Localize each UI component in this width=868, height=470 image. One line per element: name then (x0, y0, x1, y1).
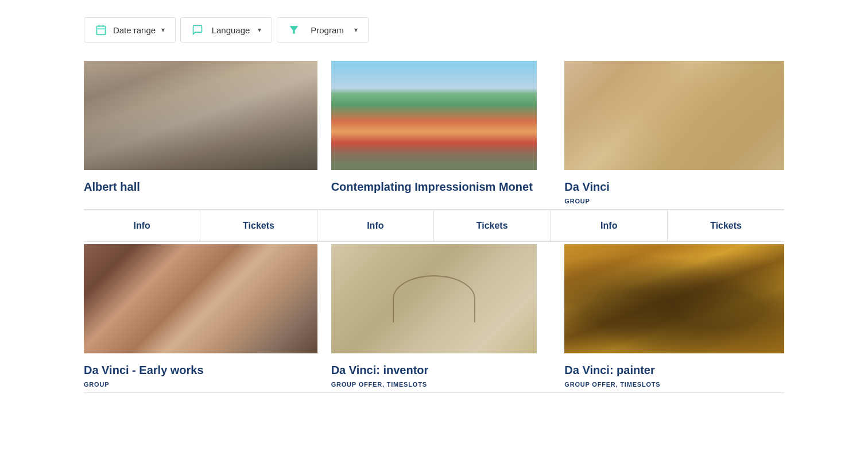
chat-icon (191, 24, 204, 36)
calendar-icon (95, 24, 107, 36)
card-tag-early-works: GROUP (84, 381, 317, 388)
svg-marker-4 (290, 26, 299, 33)
program-chevron: ▾ (354, 26, 358, 34)
svg-rect-0 (97, 26, 106, 34)
card-tag-davinci: GROUP (564, 198, 784, 205)
card-grid-row2: Da Vinci - Early works GROUP Da Vinci: i… (84, 242, 784, 393)
card-image-davinci (564, 61, 784, 170)
card-content-davinci: Da Vinci GROUP (564, 170, 784, 209)
tab-info-2[interactable]: Info (317, 210, 434, 241)
language-chevron: ▾ (258, 26, 261, 34)
card-painter: Da Vinci: painter GROUP OFFER, TIMESLOTS (551, 242, 784, 393)
tab-info-3[interactable]: Info (551, 210, 668, 241)
card-content-painter: Da Vinci: painter GROUP OFFER, TIMESLOTS (564, 353, 784, 392)
date-range-filter[interactable]: Date range ▾ (84, 17, 176, 43)
card-title-davinci: Da Vinci (564, 179, 784, 194)
tab-pair-1: Info Tickets (84, 210, 317, 241)
card-content-monet: Contemplating Impressionism Monet (331, 170, 537, 202)
tab-tickets-1[interactable]: Tickets (200, 210, 316, 241)
tab-pair-3: Info Tickets (551, 210, 784, 241)
card-image-painter (564, 244, 784, 353)
card-content-inventor: Da Vinci: inventor GROUP OFFER, TIMESLOT… (331, 353, 537, 392)
language-filter[interactable]: Language ▾ (180, 17, 272, 43)
card-title-inventor: Da Vinci: inventor (331, 363, 537, 377)
card-monet: Contemplating Impressionism Monet (317, 61, 551, 210)
filter-icon (288, 24, 300, 36)
card-image-inventor (331, 244, 537, 353)
card-image-early-works (84, 244, 317, 353)
card-grid-row1: Albert hall Contemplating Impressionism … (84, 61, 784, 210)
card-albert-hall: Albert hall (84, 61, 317, 210)
card-image-albert-hall (84, 61, 317, 170)
program-filter[interactable]: Program ▾ (277, 17, 369, 43)
card-tag-inventor: GROUP OFFER, TIMESLOTS (331, 381, 537, 388)
card-title-monet: Contemplating Impressionism Monet (331, 179, 537, 194)
tab-pair-2: Info Tickets (317, 210, 551, 241)
card-title-albert-hall: Albert hall (84, 179, 317, 194)
filter-bar: Date range ▾ Language ▾ Program ▾ (84, 17, 784, 43)
card-content-albert-hall: Albert hall (84, 170, 317, 202)
card-early-works: Da Vinci - Early works GROUP (84, 242, 317, 393)
tab-row: Info Tickets Info Tickets Info Tickets (84, 210, 784, 242)
card-davinci: Da Vinci GROUP (551, 61, 784, 210)
card-title-painter: Da Vinci: painter (564, 363, 784, 377)
date-range-label: Date range (112, 25, 157, 35)
card-tag-painter: GROUP OFFER, TIMESLOTS (564, 381, 784, 388)
card-content-early-works: Da Vinci - Early works GROUP (84, 353, 317, 392)
language-label: Language (208, 25, 253, 35)
date-range-chevron: ▾ (161, 26, 165, 34)
tab-tickets-3[interactable]: Tickets (668, 210, 784, 241)
program-label: Program (305, 25, 350, 35)
card-title-early-works: Da Vinci - Early works (84, 363, 317, 377)
card-image-monet (331, 61, 537, 170)
card-inventor: Da Vinci: inventor GROUP OFFER, TIMESLOT… (317, 242, 551, 393)
tab-info-1[interactable]: Info (84, 210, 200, 241)
tab-tickets-2[interactable]: Tickets (434, 210, 550, 241)
page-wrapper: Date range ▾ Language ▾ Program ▾ (32, 0, 836, 410)
